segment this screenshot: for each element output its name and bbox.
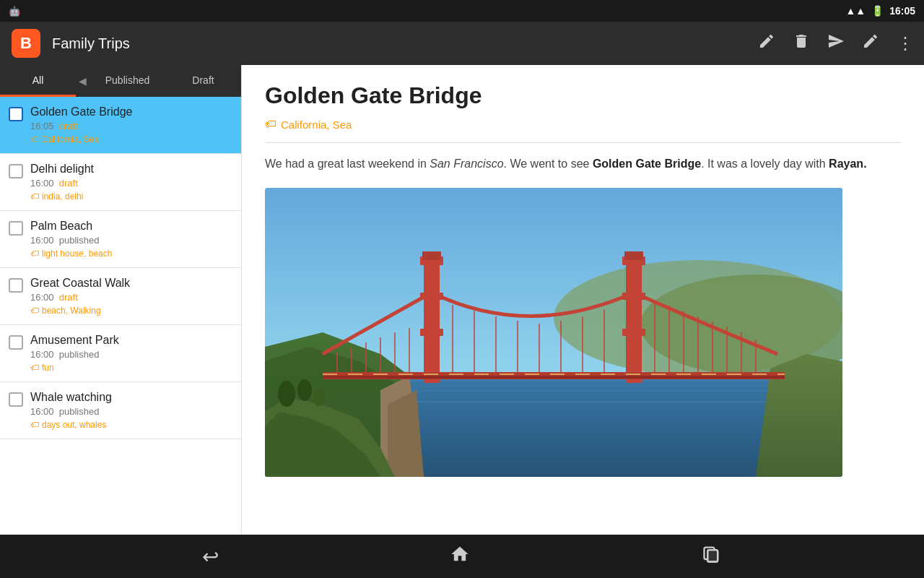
post-image xyxy=(265,188,842,477)
tag-icon-1: 🏷 xyxy=(30,134,39,144)
filter-tabs: All ◀ Published Draft xyxy=(0,65,241,97)
share-icon[interactable] xyxy=(827,33,845,54)
post-tags-6: 🏷 days out, whales xyxy=(30,420,230,430)
app-title: Family Trips xyxy=(52,35,746,52)
wifi-icon: ▲▲ xyxy=(845,5,866,17)
home-button[interactable] xyxy=(450,544,470,569)
post-meta-4: 16:00 draft xyxy=(30,292,230,303)
post-tags-2: 🏷 india, delhi xyxy=(30,191,230,202)
list-item[interactable]: Golden Gate Bridge 16:05 draft 🏷 Califor… xyxy=(0,97,241,154)
tag-icon-4: 🏷 xyxy=(30,306,39,316)
post-checkbox-3[interactable] xyxy=(9,221,23,236)
post-title-4: Great Coastal Walk xyxy=(30,277,230,290)
status-bar-right: ▲▲ 🔋 16:05 xyxy=(845,5,915,17)
toolbar-actions: ⋮ xyxy=(758,33,912,54)
post-tags-5: 🏷 fun xyxy=(30,363,230,373)
post-title-6: Whale watching xyxy=(30,391,230,404)
post-view-tag-icon: 🏷 xyxy=(265,118,276,131)
triangle-indicator: ◀ xyxy=(76,65,90,97)
post-checkbox-1[interactable] xyxy=(9,107,23,121)
post-checkbox-5[interactable] xyxy=(9,335,23,350)
recents-button[interactable] xyxy=(702,544,722,569)
post-info-3: Palm Beach 16:00 published 🏷 light house… xyxy=(30,220,230,259)
tab-draft[interactable]: Draft xyxy=(165,65,241,97)
post-view-title: Golden Gate Bridge xyxy=(265,82,901,109)
post-view-tags: 🏷 California, Sea xyxy=(265,118,901,131)
tab-all[interactable]: All xyxy=(0,65,76,97)
post-tags-3: 🏷 light house, beach xyxy=(30,249,230,259)
post-view-body: We had a great last weekend in San Franc… xyxy=(265,155,901,173)
main-content: All ◀ Published Draft Golden Gate Bridge… xyxy=(0,65,924,535)
body-italic-1: San Francisco xyxy=(430,158,503,170)
tag-icon-2: 🏷 xyxy=(30,191,39,202)
bottom-nav: ↩ xyxy=(0,535,924,578)
back-button[interactable]: ↩ xyxy=(202,545,219,569)
android-icon: 🤖 xyxy=(9,6,20,17)
post-meta-1: 16:05 draft xyxy=(30,121,230,131)
post-checkbox-2[interactable] xyxy=(9,164,23,178)
svg-rect-54 xyxy=(707,550,718,561)
post-title-2: Delhi delight xyxy=(30,163,230,176)
status-bar-left: 🤖 xyxy=(9,6,20,17)
body-text-3: . It was a lovely day with xyxy=(701,158,829,170)
post-meta-5: 16:00 published xyxy=(30,349,230,360)
list-item[interactable]: Whale watching 16:00 published 🏷 days ou… xyxy=(0,382,241,439)
post-list: Golden Gate Bridge 16:05 draft 🏷 Califor… xyxy=(0,97,241,535)
post-info-4: Great Coastal Walk 16:00 draft 🏷 beach, … xyxy=(30,277,230,316)
post-tags-4: 🏷 beach, Walking xyxy=(30,306,230,316)
post-info-6: Whale watching 16:00 published 🏷 days ou… xyxy=(30,391,230,430)
blogger-logo: B xyxy=(12,29,40,58)
right-panel: Golden Gate Bridge 🏷 California, Sea We … xyxy=(242,65,924,535)
post-info-5: Amusement Park 16:00 published 🏷 fun xyxy=(30,334,230,373)
post-view-tag-text[interactable]: California, Sea xyxy=(281,118,352,131)
clock: 16:05 xyxy=(889,5,915,17)
pencil-icon[interactable] xyxy=(862,33,879,54)
content-divider xyxy=(265,142,901,143)
left-panel: All ◀ Published Draft Golden Gate Bridge… xyxy=(0,65,242,535)
delete-icon[interactable] xyxy=(793,33,810,54)
post-info-2: Delhi delight 16:00 draft 🏷 india, delhi xyxy=(30,163,230,202)
post-checkbox-6[interactable] xyxy=(9,392,23,407)
toolbar: B Family Trips ⋮ xyxy=(0,22,924,65)
body-bold-2: Rayan. xyxy=(829,158,866,170)
tag-icon-6: 🏷 xyxy=(30,420,39,430)
body-text-2: . We went to see xyxy=(504,158,593,170)
status-bar: 🤖 ▲▲ 🔋 16:05 xyxy=(0,0,924,22)
post-tags-1: 🏷 California, Sea xyxy=(30,134,230,144)
body-text-1: We had a great last weekend in xyxy=(265,158,430,170)
tag-icon-5: 🏷 xyxy=(30,363,39,373)
post-meta-6: 16:00 published xyxy=(30,406,230,417)
more-icon[interactable]: ⋮ xyxy=(897,33,912,53)
list-item[interactable]: Great Coastal Walk 16:00 draft 🏷 beach, … xyxy=(0,268,241,325)
edit-icon[interactable] xyxy=(758,33,775,54)
svg-point-52 xyxy=(313,389,325,406)
list-item[interactable]: Delhi delight 16:00 draft 🏷 india, delhi xyxy=(0,154,241,211)
post-title-3: Palm Beach xyxy=(30,220,230,233)
list-item[interactable]: Palm Beach 16:00 published 🏷 light house… xyxy=(0,211,241,268)
post-info-1: Golden Gate Bridge 16:05 draft 🏷 Califor… xyxy=(30,105,230,144)
post-meta-3: 16:00 published xyxy=(30,235,230,246)
battery-icon: 🔋 xyxy=(871,5,884,17)
tag-icon-3: 🏷 xyxy=(30,249,39,259)
tab-published[interactable]: Published xyxy=(90,65,165,97)
post-checkbox-4[interactable] xyxy=(9,278,23,293)
post-title-5: Amusement Park xyxy=(30,334,230,347)
body-bold-1: Golden Gate Bridge xyxy=(593,158,701,170)
list-item[interactable]: Amusement Park 16:00 published 🏷 fun xyxy=(0,325,241,382)
post-meta-2: 16:00 draft xyxy=(30,178,230,189)
post-title-1: Golden Gate Bridge xyxy=(30,105,230,118)
svg-point-51 xyxy=(297,379,312,401)
svg-point-50 xyxy=(278,381,295,407)
